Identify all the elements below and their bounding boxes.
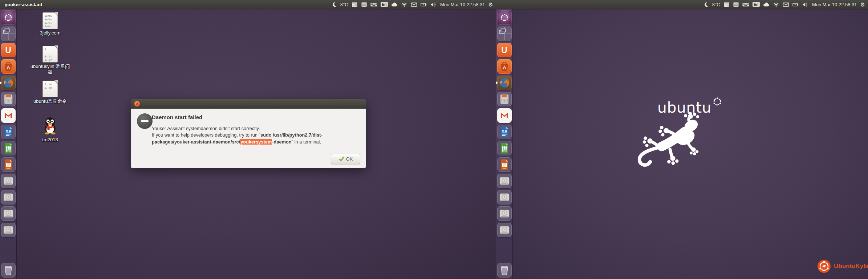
weather-moon-icon[interactable] <box>703 1 709 8</box>
error-icon <box>137 113 153 129</box>
youker-assistant-app[interactable]: U <box>497 43 512 57</box>
battery-charging-icon[interactable] <box>792 1 799 8</box>
top-panel-right: 8°CEnMon Mar 10 22:58:31⚙ <box>496 0 868 9</box>
text-file-icon: 1. su 2. ch <box>42 81 58 97</box>
gmail-webapp[interactable] <box>497 108 512 123</box>
network-wifi-icon[interactable] <box>401 1 407 8</box>
right-monitor-wallpaper: 8°CEnMon Mar 10 22:58:31⚙ UA ubuntu <box>496 0 868 279</box>
file-manager[interactable] <box>1 92 16 106</box>
ubuntukylin-logo-icon <box>817 259 831 273</box>
disk-drive-1[interactable] <box>1 174 16 188</box>
session-gear-icon[interactable]: ⚙ <box>488 2 493 7</box>
dialog-body: Daemon start failed Youker Assisant syst… <box>131 109 366 168</box>
disk-drive-3[interactable] <box>1 206 16 221</box>
dialog-message-segment: Youker Assisant systemdaemon didn't star… <box>152 126 260 131</box>
libreoffice-calc[interactable] <box>497 141 512 155</box>
ok-button-label: OK <box>346 156 353 162</box>
desktop-icon-tm2013[interactable]: tm2013 <box>28 116 72 143</box>
battery-charging-icon[interactable] <box>421 1 427 8</box>
ubuntu-software-center[interactable]: A <box>497 59 512 74</box>
libreoffice-calc[interactable] <box>1 141 16 155</box>
youker-u-glyph: U <box>501 45 507 55</box>
ubuntukylin-label: UbuntuKylin <box>834 263 868 270</box>
ubuntu-dash-home[interactable] <box>497 10 512 25</box>
system-tray-left: 8°CEnMon Mar 10 22:58:31⚙ <box>331 0 496 9</box>
desktop-icon-ubuntu-[interactable]: 1. su 2. chubuntu常见命令 <box>28 81 72 104</box>
calendar-icon-2[interactable] <box>733 1 739 8</box>
text-file-icon: Softw Softw Versi Inst: <box>42 12 58 29</box>
calendar-icon-1[interactable] <box>723 1 730 8</box>
dialog-titlebar[interactable]: × <box>131 99 366 109</box>
unity-launcher-left: UA <box>0 9 17 279</box>
clock-text[interactable]: Mon Mar 10 22:58:31 <box>812 2 857 7</box>
input-method-indicator[interactable]: En <box>381 2 388 7</box>
mail-icon[interactable] <box>411 1 417 8</box>
gmail-webapp[interactable] <box>1 108 16 123</box>
youker-u-glyph: U <box>5 45 11 55</box>
dual-monitor-desktop: youker-assistant 8°CEnMon Mar 10 22:58:3… <box>0 0 868 279</box>
ok-check-icon <box>338 156 344 162</box>
top-panel-left: youker-assistant 8°CEnMon Mar 10 22:58:3… <box>0 0 496 9</box>
dialog-title: Daemon start failed <box>152 114 202 120</box>
keyboard-icon[interactable] <box>370 1 377 8</box>
temperature-text[interactable]: 8°C <box>340 2 348 7</box>
trash[interactable] <box>1 263 16 278</box>
weather-moon-icon[interactable] <box>331 1 337 8</box>
disk-drive-4[interactable] <box>1 223 16 237</box>
svg-text:A: A <box>7 65 10 70</box>
firefox-browser[interactable] <box>1 76 16 90</box>
calendar-icon-1[interactable] <box>352 1 358 8</box>
daemon-error-dialog: × Daemon start failed Youker Assisant sy… <box>131 99 366 168</box>
desktop-icon-label: ubuntu常见命令 <box>28 99 72 104</box>
desktop-icon-label: ubuntukylin 常见问题 <box>28 64 72 75</box>
volume-icon[interactable] <box>802 1 809 8</box>
keyboard-icon[interactable] <box>742 1 749 8</box>
ubuntu-dash-home[interactable] <box>1 10 16 25</box>
dialog-message: Youker Assisant systemdaemon didn't star… <box>152 125 357 145</box>
libreoffice-writer[interactable] <box>1 125 16 139</box>
calendar-icon-2[interactable] <box>361 1 367 8</box>
clock-text[interactable]: Mon Mar 10 22:58:31 <box>440 2 485 7</box>
youker-assistant-app[interactable]: U <box>1 43 16 57</box>
text-file-icon: 1. E: Cr E: Ur <box>42 46 58 62</box>
circle-of-friends-icon <box>712 97 722 108</box>
disk-drive-2[interactable] <box>497 190 512 205</box>
workspace-switcher[interactable] <box>1 27 16 41</box>
session-gear-icon[interactable]: ⚙ <box>860 2 865 7</box>
libreoffice-impress[interactable] <box>1 157 16 172</box>
trash[interactable] <box>497 263 512 278</box>
firefox-browser[interactable] <box>497 76 512 90</box>
disk-drive-4[interactable] <box>497 223 512 237</box>
volume-icon[interactable] <box>430 1 437 8</box>
system-tray-right: 8°CEnMon Mar 10 22:58:31⚙ <box>703 0 868 9</box>
libreoffice-writer[interactable] <box>497 125 512 139</box>
mail-icon[interactable] <box>783 1 789 8</box>
running-indicator-arrow <box>496 81 498 85</box>
dialog-message-segment: -daemon <box>272 139 291 145</box>
file-manager[interactable] <box>497 92 512 106</box>
temperature-text[interactable]: 8°C <box>712 2 720 7</box>
desktop-icon-3jelly-com[interactable]: Softw Softw Versi Inst:3jelly.com <box>28 12 72 36</box>
disk-drive-2[interactable] <box>1 190 16 205</box>
close-icon[interactable]: × <box>134 101 140 107</box>
running-indicator-arrow <box>0 81 2 85</box>
desktop-icon-label: tm2013 <box>28 137 72 143</box>
libreoffice-impress[interactable] <box>497 157 512 172</box>
workspace-switcher[interactable] <box>497 27 512 41</box>
dialog-message-segment: youkersystem <box>240 139 272 145</box>
desktop-icon-ubuntukylin-[interactable]: 1. E: Cr E: Urubuntukylin 常见问题 <box>28 46 72 75</box>
ubuntu-software-center[interactable]: A <box>1 59 16 74</box>
left-monitor-wallpaper: youker-assistant 8°CEnMon Mar 10 22:58:3… <box>0 0 496 279</box>
disk-drive-1[interactable] <box>497 174 512 188</box>
disk-drive-3[interactable] <box>497 206 512 221</box>
network-wifi-icon[interactable] <box>773 1 779 8</box>
cloud-sync-icon[interactable] <box>391 1 398 8</box>
cloud-sync-icon[interactable] <box>763 1 770 8</box>
ok-button[interactable]: OK <box>331 154 360 164</box>
qq-penguin-icon <box>28 116 72 136</box>
dialog-message-segment: If you want to help developers debugging… <box>152 132 260 138</box>
salamander-wallpaper-art <box>636 112 716 172</box>
svg-text:A: A <box>503 65 506 70</box>
desktop-icon-label: 3jelly.com <box>28 31 72 36</box>
input-method-indicator[interactable]: En <box>753 2 760 7</box>
